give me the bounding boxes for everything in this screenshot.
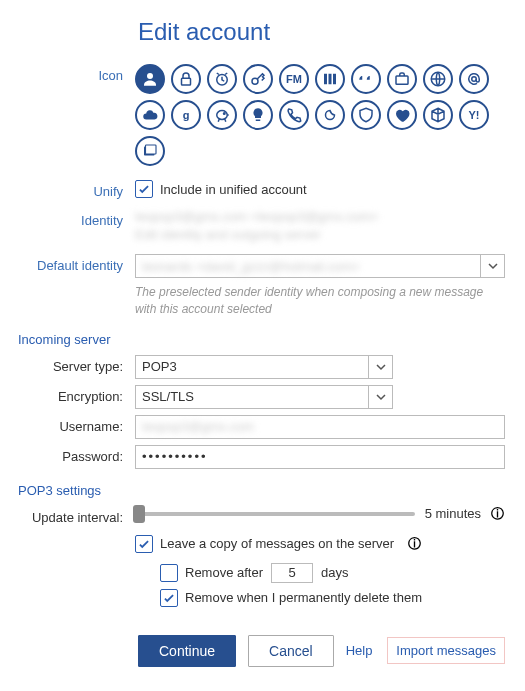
crescent-icon[interactable] xyxy=(315,100,345,130)
heart-icon[interactable] xyxy=(387,100,417,130)
svg-rect-1 xyxy=(182,78,191,85)
svg-rect-7 xyxy=(396,76,408,84)
yahoo-icon[interactable]: Y! xyxy=(459,100,489,130)
cube-icon[interactable] xyxy=(423,100,453,130)
briefcase-icon[interactable] xyxy=(387,64,417,94)
lock-icon[interactable] xyxy=(171,64,201,94)
default-identity-hint: The preselected sender identity when com… xyxy=(135,284,505,318)
outlook-icon[interactable] xyxy=(135,136,165,166)
import-messages-link[interactable]: Import messages xyxy=(387,637,505,664)
svg-rect-12 xyxy=(146,145,157,154)
label-encryption: Encryption: xyxy=(10,385,135,404)
password-input[interactable]: •••••••••• xyxy=(135,445,505,469)
label-default-identity: Default identity xyxy=(10,254,135,273)
svg-rect-4 xyxy=(324,74,327,85)
svg-rect-6 xyxy=(333,74,336,85)
label-identity: Identity xyxy=(10,209,135,228)
encryption-select[interactable]: SSL/TLS xyxy=(135,385,369,409)
update-interval-value: 5 minutes xyxy=(425,506,481,521)
at-icon[interactable] xyxy=(459,64,489,94)
quote-icon[interactable] xyxy=(351,64,381,94)
phone-icon[interactable] xyxy=(279,100,309,130)
leave-copy-label: Leave a copy of messages on the server xyxy=(160,536,394,551)
bulb-icon[interactable] xyxy=(243,100,273,130)
update-info-icon[interactable]: ⓘ xyxy=(489,506,505,522)
server-type-select[interactable]: POP3 xyxy=(135,355,369,379)
section-pop3: POP3 settings xyxy=(18,483,505,498)
cancel-button[interactable]: Cancel xyxy=(248,635,334,667)
remove-delete-label: Remove when I permanently delete them xyxy=(185,590,422,605)
remove-after-checkbox[interactable] xyxy=(160,564,178,582)
username-input[interactable]: leopop3@gmx.com xyxy=(135,415,505,439)
page-title: Edit account xyxy=(138,18,505,46)
default-identity-select[interactable]: leonardo <david_gzzz@hotmail.com> xyxy=(135,254,481,278)
help-link[interactable]: Help xyxy=(346,643,373,658)
columns-icon[interactable] xyxy=(315,64,345,94)
label-icon: Icon xyxy=(10,64,135,83)
identity-edit-link[interactable]: Edit identity and outgoing server xyxy=(135,227,505,242)
label-username: Username: xyxy=(10,415,135,434)
person-icon[interactable] xyxy=(135,64,165,94)
continue-button[interactable]: Continue xyxy=(138,635,236,667)
icon-grid: FM g Y! xyxy=(135,64,505,166)
label-server-type: Server type: xyxy=(10,355,135,374)
label-update-interval: Update interval: xyxy=(10,506,135,525)
identity-value: leopop3@gmx.com <leopop3@gmx.com> xyxy=(135,209,505,224)
cloud-icon[interactable] xyxy=(135,100,165,130)
remove-after-label-before: Remove after xyxy=(185,565,263,580)
leave-copy-checkbox[interactable] xyxy=(135,535,153,553)
slider-thumb[interactable] xyxy=(133,505,145,523)
globe-icon[interactable] xyxy=(423,64,453,94)
label-unify: Unify xyxy=(10,180,135,199)
key-icon[interactable] xyxy=(243,64,273,94)
remove-after-label-after: days xyxy=(321,565,348,580)
google-icon[interactable]: g xyxy=(171,100,201,130)
label-password: Password: xyxy=(10,445,135,464)
default-identity-dropdown-button[interactable] xyxy=(481,254,505,278)
remove-delete-checkbox[interactable] xyxy=(160,589,178,607)
svg-rect-5 xyxy=(329,74,332,85)
unify-checkbox[interactable] xyxy=(135,180,153,198)
leave-copy-info-icon[interactable]: ⓘ xyxy=(406,536,422,552)
svg-point-10 xyxy=(224,113,226,115)
svg-point-0 xyxy=(147,73,153,79)
update-interval-slider[interactable] xyxy=(135,512,415,516)
unify-label: Include in unified account xyxy=(160,182,307,197)
encryption-dropdown-button[interactable] xyxy=(369,385,393,409)
svg-point-3 xyxy=(252,78,258,84)
fm-icon[interactable]: FM xyxy=(279,64,309,94)
server-type-dropdown-button[interactable] xyxy=(369,355,393,379)
section-incoming-server: Incoming server xyxy=(18,332,505,347)
piggy-icon[interactable] xyxy=(207,100,237,130)
shield-icon[interactable] xyxy=(351,100,381,130)
remove-after-days-input[interactable]: 5 xyxy=(271,563,313,583)
alarm-icon[interactable] xyxy=(207,64,237,94)
